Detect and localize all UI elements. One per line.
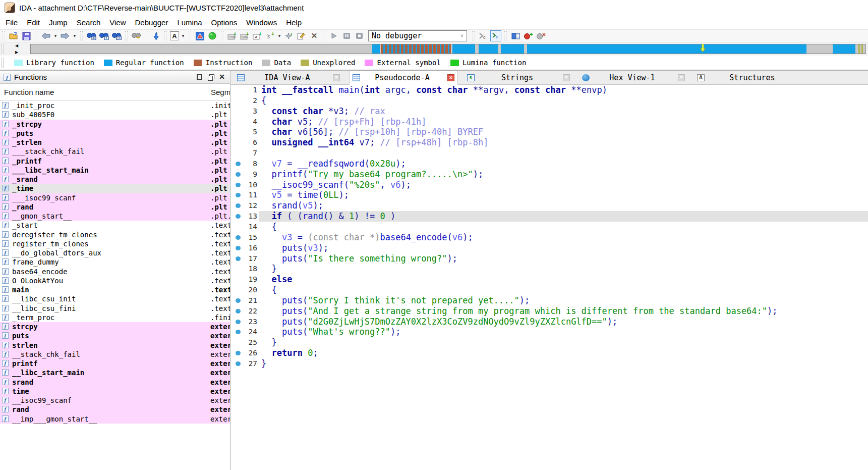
open-file-icon[interactable] — [8, 30, 19, 41]
function-row-deregister_tm_clones[interactable]: fderegister_tm_clones.text — [0, 230, 230, 239]
ascii-warning-icon[interactable] — [194, 30, 205, 41]
code-line-10[interactable]: 10 __isoc99_scanf("%20s", v6); — [231, 180, 868, 190]
function-row-_strcpy[interactable]: f_strcpy.plt — [0, 120, 230, 129]
search-next-icon[interactable] — [131, 30, 142, 41]
code-line-7[interactable]: 7 — [231, 148, 868, 159]
text-view-dropdown-icon[interactable]: ▾ — [181, 33, 186, 38]
code-line-13[interactable]: 13 if ( (rand() & 1) != 0 ) — [231, 211, 868, 222]
code-line-22[interactable]: 22 puts("And I get a strange string from… — [231, 306, 868, 317]
function-row-srand[interactable]: fsrandextern — [0, 378, 230, 387]
tab-close-icon[interactable]: ✕ — [333, 74, 340, 81]
function-row-__do_global_dtors_aux[interactable]: f__do_global_dtors_aux.text — [0, 248, 230, 257]
code-line-25[interactable]: 25 } — [231, 337, 868, 348]
menu-file[interactable]: File — [1, 16, 22, 29]
navband-scroll-arrows[interactable]: ◀▶ — [15, 43, 23, 55]
function-row-_time[interactable]: f_time.plt — [0, 184, 230, 193]
code-line-23[interactable]: 23 puts("d2G0ZjLwHjS7DmOzZAY0X2lzX3CoZV9… — [231, 317, 868, 327]
menu-edit[interactable]: Edit — [22, 16, 44, 29]
function-row-printf[interactable]: fprintfextern — [0, 359, 230, 368]
navigate-back-icon[interactable] — [40, 30, 51, 41]
menu-options[interactable]: Options — [207, 16, 242, 29]
debugger-selector[interactable]: No debugger ˅ — [368, 30, 467, 41]
code-line-3[interactable]: 3 const char *v3; // rax — [231, 106, 868, 117]
function-row-__libc_start_main[interactable]: f__libc_start_mainextern — [0, 368, 230, 377]
function-row-O_OLookAtYou[interactable]: fO_OLookAtYou.text — [0, 276, 230, 285]
tab-close-icon[interactable]: ✕ — [678, 74, 685, 81]
function-row-strlen[interactable]: fstrlenextern — [0, 341, 230, 350]
function-row-puts[interactable]: fputsextern — [0, 331, 230, 340]
create-code-icon[interactable]: CODE+ — [226, 30, 238, 41]
function-row-_start[interactable]: f_start.text — [0, 221, 230, 230]
code-line-9[interactable]: 9 printf("Try my base64 program?.....\n>… — [231, 169, 868, 180]
navigate-forward-dropdown-icon[interactable]: ▾ — [72, 33, 77, 38]
navband-handle[interactable] — [2, 44, 4, 54]
code-line-2[interactable]: 2{ — [231, 95, 868, 106]
column-segment[interactable]: Segment — [211, 84, 230, 100]
code-line-16[interactable]: 16 puts(v3); — [231, 243, 868, 253]
debug-stop-icon[interactable] — [354, 30, 365, 41]
pseudocode-pane[interactable]: 1int __fastcall main(int argc, const cha… — [231, 85, 868, 470]
debug-pause-icon[interactable] — [341, 30, 352, 41]
function-row-___isoc99_scanf[interactable]: f___isoc99_scanf.plt — [0, 193, 230, 202]
menu-help[interactable]: Help — [281, 16, 306, 29]
menu-windows[interactable]: Windows — [242, 16, 281, 29]
tab-hex-view-1[interactable]: Hex View-1✕ — [579, 71, 688, 84]
menu-lumina[interactable]: Lumina — [172, 16, 206, 29]
jump-arrow-icon[interactable] — [150, 30, 161, 41]
function-row-sub_4005F0[interactable]: fsub_4005F0.plt — [0, 110, 230, 119]
code-line-12[interactable]: 12 srand(v5); — [231, 200, 868, 211]
function-row-__stack_chk_fail[interactable]: f__stack_chk_failextern — [0, 350, 230, 359]
code-line-26[interactable]: 26 return 0; — [231, 348, 868, 358]
function-row-_init_proc[interactable]: f_init_proc.init — [0, 101, 230, 110]
delete-function-icon[interactable]: ✕ — [309, 30, 320, 41]
functions-panel-header[interactable]: f Functions ✕ — [0, 71, 230, 84]
function-row-strcpy[interactable]: fstrcpyextern — [0, 322, 230, 331]
menu-search[interactable]: Search — [72, 16, 105, 29]
edit-function-icon[interactable] — [296, 30, 307, 41]
function-row-base64_encode[interactable]: fbase64_encode.text — [0, 267, 230, 276]
add-breakpoint-icon[interactable] — [523, 30, 534, 41]
search-text-icon[interactable]: T — [98, 30, 109, 41]
code-line-8[interactable]: 8 v7 = __readfsqword(0x28u); — [231, 159, 868, 169]
function-row-_puts[interactable]: f_puts.plt — [0, 129, 230, 138]
navband-right-icon[interactable]: ▶ — [15, 50, 23, 55]
function-row-__imp___gmon_start__[interactable]: f__imp___gmon_start__extern — [0, 414, 230, 424]
create-data-icon[interactable]: DATA+ — [239, 30, 250, 41]
delete-breakpoint-icon[interactable] — [535, 30, 546, 41]
tab-strings[interactable]: sStrings✕ — [464, 71, 573, 84]
lumina-status-icon[interactable] — [207, 30, 218, 41]
function-row-_rand[interactable]: f_rand.plt — [0, 202, 230, 212]
float-window-icon[interactable] — [208, 74, 213, 80]
function-row-_srand[interactable]: f_srand.plt — [0, 175, 230, 184]
function-row-__libc_csu_init[interactable]: f__libc_csu_init.text — [0, 294, 230, 303]
column-function-name[interactable]: Function name — [4, 84, 54, 100]
code-line-24[interactable]: 24 puts("What's wrong??"); — [231, 327, 868, 337]
close-panel-icon[interactable]: ✕ — [219, 74, 225, 80]
menu-debugger[interactable]: Debugger — [131, 16, 173, 29]
maximize-icon[interactable] — [197, 74, 202, 80]
code-line-21[interactable]: 21 puts("Sorry I think it's not prepared… — [231, 295, 868, 306]
tab-ida-view-a[interactable]: IDA View-A✕ — [234, 71, 343, 84]
function-row-time[interactable]: ftimeextern — [0, 387, 230, 396]
code-line-6[interactable]: 6 unsigned __int64 v7; // [rsp+48h] [rbp… — [231, 137, 868, 148]
function-row-__libc_csu_fini[interactable]: f__libc_csu_fini.text — [0, 304, 230, 313]
code-line-14[interactable]: 14 { — [231, 222, 868, 232]
function-row-rand[interactable]: frandextern — [0, 405, 230, 414]
legend-handle[interactable] — [2, 58, 4, 68]
code-line-27[interactable]: 27} — [231, 358, 868, 369]
create-string-dropdown-icon[interactable]: ▾ — [277, 33, 282, 38]
create-struct-icon[interactable]: A+ — [252, 30, 263, 41]
code-line-17[interactable]: 17 puts("Is there something wrong?"); — [231, 253, 868, 264]
debugger-windows-icon[interactable] — [510, 30, 521, 41]
function-row-___stack_chk_fail[interactable]: f___stack_chk_fail.plt — [0, 147, 230, 156]
code-line-4[interactable]: 4 char v5; // [rsp+Fh] [rbp-41h] — [231, 117, 868, 127]
tab-close-icon[interactable]: ✕ — [563, 74, 570, 81]
function-row-_strlen[interactable]: f_strlen.plt — [0, 138, 230, 147]
tab-close-icon[interactable]: ✕ — [447, 74, 454, 81]
function-row-main[interactable]: fmain.text — [0, 285, 230, 294]
function-row-frame_dummy[interactable]: fframe_dummy.text — [0, 257, 230, 267]
functions-column-header[interactable]: Function name Segment — [0, 84, 230, 100]
function-row-_term_proc[interactable]: f_term_proc.fini — [0, 313, 230, 322]
column-divider[interactable] — [208, 86, 208, 98]
patch-star-icon[interactable]: + — [283, 30, 295, 41]
